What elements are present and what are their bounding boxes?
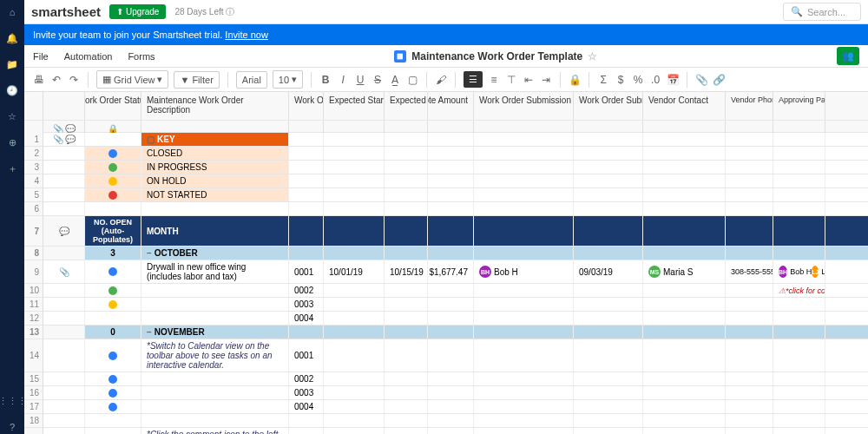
help-icon[interactable]: ? (5, 420, 19, 434)
row-19[interactable]: 19*Click the comment icon to the left to… (24, 428, 868, 434)
comment-icon[interactable]: 💬 (59, 227, 69, 236)
col-quote[interactable]: Quote Amount (428, 92, 474, 120)
workspaces-icon[interactable]: ⊕ (5, 135, 19, 149)
col-end[interactable]: Expected End Date (385, 92, 428, 120)
attach-icon[interactable]: 📎 (695, 74, 707, 86)
status-dot-blue (108, 149, 117, 158)
col-vphone[interactable]: Vendor Phone (726, 92, 773, 120)
add-icon[interactable]: ＋ (5, 161, 19, 175)
toolbar: 🖶 ↶ ↷ ▦ Grid View ▾ ▼ Filter Arial 10 ▾ … (24, 68, 868, 92)
col-desc[interactable]: Maintenance Work Order Description (141, 92, 289, 120)
wrap-icon[interactable]: ☰ (464, 71, 483, 88)
row-17[interactable]: 170004 (24, 400, 868, 414)
col-approve[interactable]: Approving Party (773, 92, 825, 120)
status-dot-yellow (108, 177, 117, 186)
row-18[interactable]: 18 (24, 414, 868, 428)
font-selector[interactable]: Arial (236, 71, 267, 89)
col-vcontact[interactable]: Vendor Contact (643, 92, 726, 120)
apps-icon[interactable]: ⋮⋮⋮ (5, 394, 19, 408)
share-button[interactable]: 👥 (837, 47, 859, 65)
filter-button[interactable]: ▼ Filter (174, 71, 219, 89)
align-left-icon[interactable]: ≡ (488, 74, 500, 86)
fill-color-icon[interactable]: ▢ (406, 74, 418, 86)
row-16[interactable]: 160003 (24, 386, 868, 400)
row-6[interactable]: 6 (24, 202, 868, 216)
percent-icon[interactable]: % (632, 74, 644, 86)
col-subcontact[interactable]: Work Order Submission Contact (474, 92, 574, 120)
recent-icon[interactable]: 🕘 (5, 83, 19, 97)
avatar: LJ (812, 266, 819, 278)
trial-banner: Invite your team to join your Smartsheet… (24, 24, 868, 45)
avatar: MS (648, 266, 661, 278)
underline-icon[interactable]: U (354, 74, 366, 86)
collapse-icon[interactable]: − (147, 327, 152, 337)
invite-link[interactable]: Invite now (225, 30, 268, 40)
left-nav-rail: ⌂ 🔔 📁 🕘 ☆ ⊕ ＋ ⋮⋮⋮ ? (0, 0, 24, 434)
indent-out-icon[interactable]: ⇤ (523, 74, 535, 86)
status-dot (108, 300, 117, 309)
row-15[interactable]: 150002 (24, 372, 868, 386)
format-painter-icon[interactable]: 🖌 (435, 74, 447, 86)
comment-header-icon[interactable]: 💬 (65, 124, 76, 133)
row-11[interactable]: 110003 (24, 298, 868, 312)
col-subdate[interactable]: Work Order Submission Date (574, 92, 643, 120)
row-3[interactable]: 3IN PROGRESS (24, 161, 868, 174)
status-dot (108, 375, 117, 384)
grid: Work Order Status Maintenance Work Order… (24, 92, 868, 434)
topbar: smartsheet ⬆ Upgrade 28 Days Left ⓘ 🔍 Se… (24, 0, 868, 24)
font-size-selector[interactable]: 10 ▾ (273, 70, 303, 89)
col-num[interactable]: Work Order Number (289, 92, 324, 120)
indent-in-icon[interactable]: ⇥ (540, 74, 552, 86)
column-icon-row: 📎💬 🔒 (24, 121, 868, 133)
menu-automation[interactable]: Automation (64, 51, 113, 62)
star-icon[interactable]: ☆ (5, 109, 19, 123)
home-icon[interactable]: ⌂ (5, 5, 19, 19)
lock-icon[interactable]: 🔒 (569, 74, 581, 86)
row-2[interactable]: 2CLOSED (24, 147, 868, 161)
attach-icon[interactable]: 📎 (59, 267, 69, 277)
collapse-icon[interactable]: ▢ (147, 135, 155, 144)
status-dot-green (108, 163, 117, 172)
attach-icon[interactable]: 📎 (53, 135, 63, 144)
comment-icon[interactable]: 💬 (65, 135, 76, 144)
row-8[interactable]: 83−OCTOBER (24, 247, 868, 260)
row-12[interactable]: 120004 (24, 312, 868, 326)
undo-icon[interactable]: ↶ (50, 74, 62, 86)
row-10[interactable]: 100002⚠ *click for contact l (24, 284, 868, 298)
menu-forms[interactable]: Forms (128, 51, 155, 62)
menu-file[interactable]: File (33, 51, 49, 62)
row-4[interactable]: 4ON HOLD (24, 174, 868, 188)
strike-icon[interactable]: S (372, 74, 384, 86)
search-input[interactable]: 🔍 Search... (783, 3, 861, 21)
row-14[interactable]: 14*Switch to Calendar view on the toolba… (24, 339, 868, 372)
view-switcher[interactable]: ▦ Grid View ▾ (96, 70, 168, 89)
bold-icon[interactable]: B (319, 74, 332, 86)
row-7[interactable]: 7💬NO. OPEN (Auto-Populates)MONTH (24, 216, 868, 247)
sum-icon[interactable]: Σ (597, 74, 609, 86)
lock-header-icon: 🔒 (108, 124, 118, 133)
text-color-icon[interactable]: A̲ (389, 74, 401, 86)
collapse-icon[interactable]: − (147, 248, 152, 258)
date-icon[interactable]: 📅 (667, 74, 679, 86)
row-13[interactable]: 130−NOVEMBER (24, 326, 868, 339)
row-9[interactable]: 9📎Drywall in new office wing (includes l… (24, 260, 868, 284)
col-start[interactable]: Expected Start Date (324, 92, 385, 120)
status-dot-red (108, 191, 117, 200)
link-icon[interactable]: 🔗 (713, 74, 725, 86)
row-5[interactable]: 5NOT STARTED (24, 188, 868, 202)
bell-icon[interactable]: 🔔 (5, 31, 19, 45)
row-1[interactable]: 1📎💬▢KEY (24, 133, 868, 147)
favorite-star-icon[interactable]: ☆ (588, 50, 597, 62)
col-status[interactable]: Work Order Status (85, 92, 141, 120)
trial-days-left: 28 Days Left ⓘ (174, 6, 234, 18)
save-icon[interactable]: 🖶 (33, 74, 45, 86)
menubar: File Automation Forms ▦ Maintenance Work… (24, 45, 868, 68)
align-top-icon[interactable]: ⊤ (505, 74, 517, 86)
decimal-icon[interactable]: .0 (649, 74, 661, 86)
currency-icon[interactable]: $ (615, 74, 627, 86)
upgrade-button[interactable]: ⬆ Upgrade (109, 4, 166, 19)
italic-icon[interactable]: I (337, 74, 349, 86)
folder-icon[interactable]: 📁 (5, 57, 19, 71)
attach-header-icon[interactable]: 📎 (53, 124, 63, 133)
redo-icon[interactable]: ↷ (68, 74, 80, 86)
